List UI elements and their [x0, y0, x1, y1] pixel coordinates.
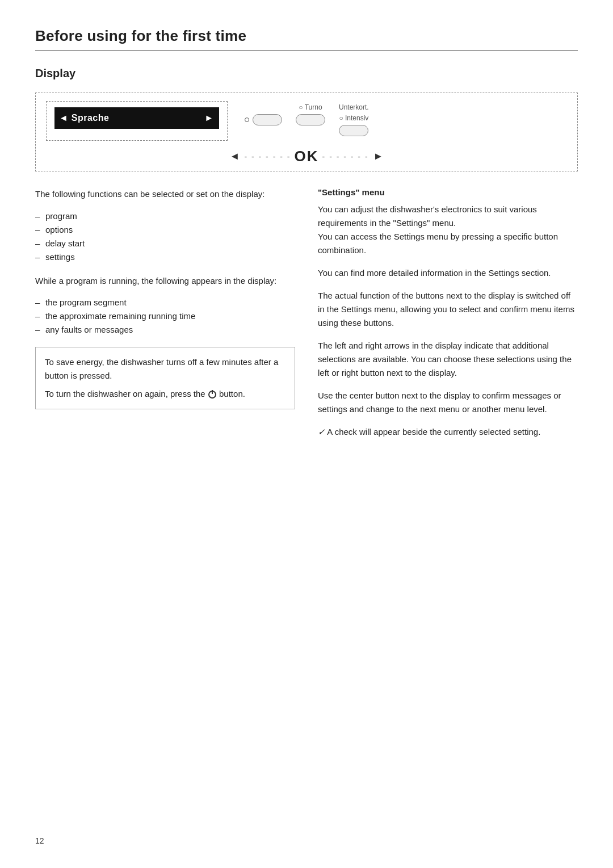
ok-label: OK: [294, 148, 318, 165]
list-item: delay start: [35, 237, 295, 250]
info-box-button-label: button.: [219, 389, 245, 399]
while-running-list: the program segment the approximate rema…: [35, 296, 295, 337]
ok-row: ◄ - - - - - - - OK - - - - - - - ►: [46, 148, 567, 165]
list-item: settings: [35, 250, 295, 264]
button-group-unlabeled: [245, 103, 282, 125]
oval-button-1[interactable]: [253, 114, 282, 125]
list-item: any faults or messages: [35, 323, 295, 337]
info-box-line1: To save energy, the dishwasher turns off…: [45, 355, 285, 383]
info-box: To save energy, the dishwasher turns off…: [35, 347, 295, 409]
button-dot-icon: [245, 118, 249, 122]
display-top-row: ◄ Sprache ► ○ Turno Unterkort. ○ Intensi…: [46, 101, 567, 141]
info-box-line2: To turn the dishwasher on again, press t…: [45, 387, 285, 401]
right-para-4: The left and right arrows in the display…: [318, 339, 578, 380]
section-title-display: Display: [35, 67, 578, 80]
power-button-icon: [208, 391, 216, 399]
display-buttons-right: ○ Turno Unterkort. ○ Intensiv: [245, 103, 369, 136]
button-label-empty: [262, 103, 264, 111]
display-screen-inner: ◄ Sprache ►: [54, 107, 219, 129]
right-para-3: The actual function of the buttons next …: [318, 289, 578, 330]
button-group-intensiv: Unterkort. ○ Intensiv: [339, 103, 369, 136]
right-para-2: You can find more detailed information i…: [318, 266, 578, 280]
settings-menu-title: "Settings" menu: [318, 187, 578, 197]
intro-text: The following functions can be selected …: [35, 187, 295, 200]
button-label-intensiv: ○ Intensiv: [339, 114, 368, 122]
button-label-unterkort: Unterkort.: [339, 103, 369, 111]
list-item: program: [35, 209, 295, 223]
checkmark-icon: ✓: [318, 427, 325, 437]
functions-list: program options delay start settings: [35, 209, 295, 264]
ok-left-arrow-icon: ◄: [230, 150, 240, 162]
screen-text: Sprache: [72, 113, 201, 123]
display-diagram: ◄ Sprache ► ○ Turno Unterkort. ○ Intensi…: [35, 93, 578, 171]
page-title: Before using for the first time: [35, 27, 578, 45]
ok-dashes-right: - - - - - - -: [322, 152, 369, 161]
ok-dashes-left: - - - - - - -: [244, 152, 291, 161]
list-item: options: [35, 223, 295, 237]
left-column: The following functions can be selected …: [35, 187, 295, 439]
screen-left-arrow-icon: ◄: [59, 113, 68, 123]
right-column: "Settings" menu You can adjust the dishw…: [318, 187, 578, 439]
display-screen-area: ◄ Sprache ►: [46, 101, 228, 141]
list-item: the approximate remaining running time: [35, 309, 295, 323]
info-box-line2-text: To turn the dishwasher on again, press t…: [45, 389, 205, 399]
oval-button-turno[interactable]: [296, 114, 325, 125]
while-running-text: While a program is running, the followin…: [35, 274, 295, 287]
title-divider: [35, 51, 578, 51]
screen-right-arrow-icon: ►: [204, 113, 213, 123]
ok-right-arrow-icon: ►: [373, 150, 384, 162]
main-content: The following functions can be selected …: [35, 187, 578, 439]
list-item: the program segment: [35, 296, 295, 309]
oval-button-intensiv[interactable]: [339, 125, 368, 136]
button-label-turno: ○ Turno: [299, 103, 322, 111]
right-para-check: ✓ A check will appear beside the current…: [318, 425, 578, 439]
check-text: A check will appear beside the currently…: [327, 427, 540, 437]
page-number: 12: [35, 836, 44, 845]
right-para-1: You can adjust the dishwasher's electron…: [318, 203, 578, 257]
right-para-5: Use the center button next to the displa…: [318, 389, 578, 416]
right-para-1-text: You can adjust the dishwasher's electron…: [318, 204, 558, 255]
button-group-turno: ○ Turno: [296, 103, 325, 125]
